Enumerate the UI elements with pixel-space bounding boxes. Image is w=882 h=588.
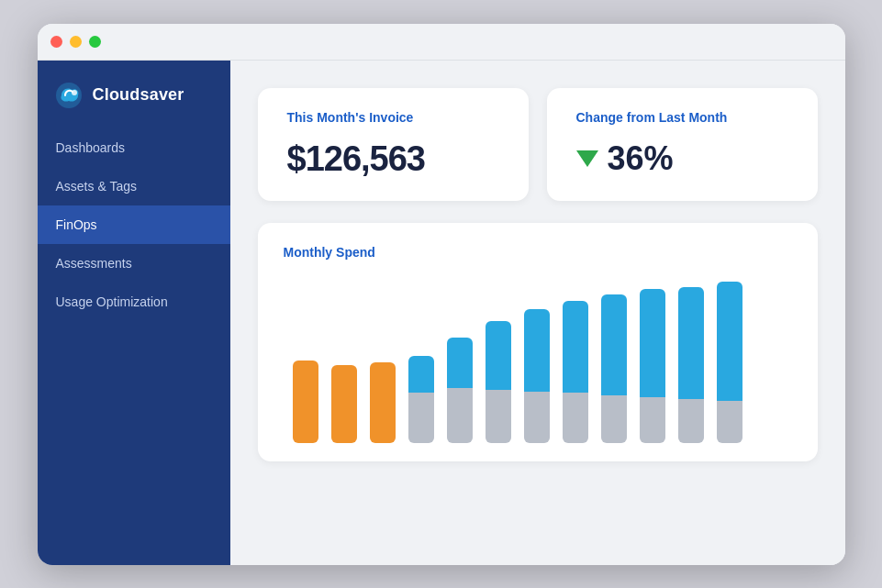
bar-group	[408, 356, 434, 443]
bar-blue	[601, 294, 627, 395]
change-card: Change from Last Month 36%	[547, 88, 818, 201]
app-title: Cloudsaver	[93, 85, 184, 105]
bar-group	[370, 362, 396, 443]
down-arrow-icon	[576, 150, 598, 167]
bar-group	[601, 294, 627, 443]
stacked-bar	[717, 282, 742, 443]
logo-area: Cloudsaver	[38, 68, 230, 128]
sidebar-item-dashboards[interactable]: Dashboards	[38, 128, 230, 167]
stacked-bar	[486, 321, 511, 443]
stacked-bar	[408, 356, 434, 443]
chart-card: Monthly Spend	[258, 223, 818, 461]
stacked-bar	[563, 301, 588, 443]
bar-group	[447, 338, 473, 443]
bar-blue	[717, 282, 742, 401]
stacked-bar	[640, 289, 665, 443]
bar-blue	[678, 287, 704, 399]
svg-point-1	[72, 90, 77, 95]
bar-blue	[486, 321, 511, 390]
stacked-bar	[601, 294, 627, 443]
cards-row: This Month's Invoice $126,563 Change fro…	[258, 88, 818, 201]
change-card-value: 36%	[576, 139, 788, 178]
bar-group	[486, 321, 511, 443]
bar-group	[678, 287, 704, 443]
bar-orange	[293, 361, 318, 443]
bar-orange	[370, 362, 396, 443]
bar-gray	[408, 393, 434, 443]
sidebar-item-assets-tags[interactable]: Assets & Tags	[38, 167, 230, 205]
minimize-button[interactable]	[70, 36, 82, 48]
bar-blue	[447, 338, 473, 388]
sidebar: Cloudsaver Dashboards Assets & Tags FinO…	[38, 61, 230, 565]
sidebar-item-finops[interactable]: FinOps	[38, 205, 230, 244]
bar-group	[293, 361, 318, 443]
bar-gray	[447, 388, 473, 443]
change-card-title: Change from Last Month	[576, 110, 788, 125]
bar-gray	[678, 399, 704, 443]
sidebar-item-usage-optimization[interactable]: Usage Optimization	[38, 283, 230, 321]
bar-group	[563, 301, 588, 443]
bar-gray	[601, 395, 627, 443]
stacked-bar	[447, 338, 473, 443]
bar-group	[524, 309, 550, 443]
sidebar-item-assessments[interactable]: Assessments	[38, 244, 230, 283]
bar-blue	[640, 289, 665, 397]
bar-blue	[524, 309, 550, 392]
bar-orange	[331, 365, 357, 443]
stacked-bar	[524, 309, 550, 443]
app-body: Cloudsaver Dashboards Assets & Tags FinO…	[38, 61, 845, 565]
bar-gray	[524, 392, 550, 443]
bar-blue	[408, 356, 434, 393]
invoice-card: This Month's Invoice $126,563	[258, 88, 529, 201]
bar-gray	[717, 401, 742, 443]
bar-chart	[284, 278, 792, 443]
bar-group	[640, 289, 665, 443]
chart-title: Monthly Spend	[284, 245, 792, 260]
invoice-card-value: $126,563	[287, 139, 499, 179]
bar-group	[331, 365, 357, 443]
app-window: Cloudsaver Dashboards Assets & Tags FinO…	[38, 24, 845, 565]
bar-blue	[563, 301, 588, 393]
invoice-card-title: This Month's Invoice	[287, 110, 499, 125]
titlebar	[38, 24, 845, 61]
close-button[interactable]	[50, 36, 62, 48]
traffic-lights	[50, 36, 101, 48]
bar-group	[717, 282, 742, 443]
bar-gray	[640, 397, 665, 443]
logo-icon	[54, 81, 84, 110]
maximize-button[interactable]	[89, 36, 101, 48]
main-content: This Month's Invoice $126,563 Change fro…	[230, 61, 845, 565]
bar-gray	[486, 390, 511, 443]
bar-gray	[563, 393, 588, 443]
stacked-bar	[678, 287, 704, 443]
